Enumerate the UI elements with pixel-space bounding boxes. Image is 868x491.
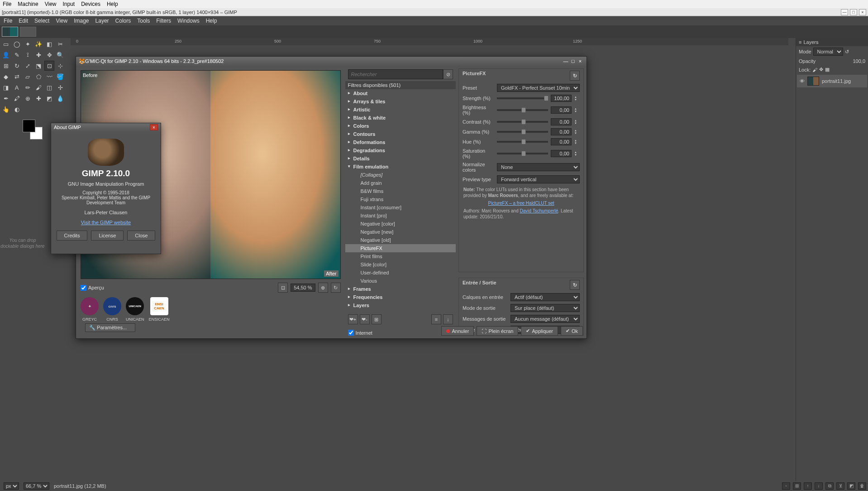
param-spinner[interactable]: ▲▼ bbox=[574, 96, 580, 101]
mypaint-tool[interactable]: 🖍 bbox=[12, 93, 22, 103]
layer-row[interactable]: 👁 portrait11.jpg bbox=[797, 75, 867, 87]
menu-layer[interactable]: Layer bbox=[95, 18, 109, 24]
menu-image[interactable]: Image bbox=[74, 18, 89, 24]
crop-tool[interactable]: ⊡ bbox=[44, 61, 54, 71]
about-titlebar[interactable]: About GIMP × bbox=[51, 123, 161, 131]
about-close-button[interactable]: Close bbox=[127, 231, 155, 241]
refresh-preview-icon[interactable]: ↻ bbox=[331, 283, 341, 293]
apply-button[interactable]: ✔ Appliquer bbox=[521, 326, 558, 336]
cancel-button[interactable]: Annuler bbox=[441, 326, 474, 336]
about-website-link[interactable]: Visit the GIMP website bbox=[81, 220, 131, 225]
handle-transform-tool[interactable]: ◆ bbox=[1, 72, 11, 82]
cat-details[interactable]: Details bbox=[345, 154, 456, 163]
param-value[interactable]: 0,00 bbox=[551, 138, 572, 145]
cat-film-emulation[interactable]: Film emulation bbox=[345, 163, 456, 171]
measure-tool[interactable]: ✚ bbox=[33, 50, 43, 60]
cage-tool[interactable]: ⬠ bbox=[33, 72, 43, 82]
os-menu-file[interactable]: File bbox=[3, 1, 11, 7]
param-slider[interactable] bbox=[497, 109, 548, 111]
cat-lights[interactable]: Lights & shadows bbox=[345, 309, 456, 312]
minimize-button[interactable]: — bbox=[841, 9, 848, 15]
menu-view[interactable]: View bbox=[56, 18, 67, 24]
heal-tool[interactable]: ✚ bbox=[33, 93, 43, 103]
apercu-checkbox[interactable]: Aperçu bbox=[81, 285, 104, 291]
os-menu-machine[interactable]: Machine bbox=[18, 1, 38, 7]
close-button[interactable]: × bbox=[859, 9, 866, 15]
reset-io-icon[interactable]: ↻ bbox=[570, 280, 580, 290]
sub-negative-color[interactable]: Negative [color] bbox=[345, 220, 456, 228]
cat-about[interactable]: About bbox=[345, 89, 456, 97]
ok-button[interactable]: ✔ Ok bbox=[561, 326, 583, 336]
menu-tools[interactable]: Tools bbox=[137, 18, 150, 24]
zoom-value[interactable]: 54,50 % bbox=[291, 284, 315, 292]
param-value[interactable]: 0,00 bbox=[551, 128, 572, 135]
clone-tool[interactable]: ⊕ bbox=[23, 93, 33, 103]
param-slider[interactable] bbox=[497, 153, 548, 154]
add-fave-icon[interactable]: ❤+ bbox=[348, 314, 358, 324]
menu-edit[interactable]: Edit bbox=[19, 18, 28, 24]
os-menu-view[interactable]: View bbox=[45, 1, 57, 7]
param-spinner[interactable]: ▲▼ bbox=[574, 139, 580, 144]
cat-degradations[interactable]: Degradations bbox=[345, 146, 456, 154]
search-clear-icon[interactable]: ⊘ bbox=[443, 69, 453, 79]
rect-select-tool[interactable]: ▭ bbox=[1, 39, 11, 49]
io-select[interactable]: Actif (défaut) bbox=[510, 293, 580, 301]
cat-bw[interactable]: Black & white bbox=[345, 114, 456, 122]
cat-layers[interactable]: Layers bbox=[345, 301, 456, 309]
sub-add-grain[interactable]: Add grain bbox=[345, 179, 456, 187]
maximize-button[interactable]: □ bbox=[850, 9, 857, 15]
notes-link[interactable]: PictureFX – a free HaldCLUT set bbox=[488, 201, 554, 206]
os-menu-input[interactable]: Input bbox=[63, 1, 75, 7]
menu-windows[interactable]: Windows bbox=[177, 18, 200, 24]
color-picker-tool[interactable]: ⟟ bbox=[23, 50, 33, 60]
foreground-select-tool[interactable]: 👤 bbox=[1, 50, 11, 60]
free-select-tool[interactable]: ✦ bbox=[23, 39, 33, 49]
mode-select[interactable]: Normal bbox=[813, 48, 843, 56]
ink-tool[interactable]: ✒ bbox=[1, 93, 11, 103]
menu-filters[interactable]: Filters bbox=[156, 18, 171, 24]
text-tool[interactable]: A bbox=[12, 82, 22, 92]
gmic-close-icon[interactable]: × bbox=[577, 58, 584, 64]
paintbrush-tool[interactable]: 🖌 bbox=[33, 82, 43, 92]
raise-layer-icon[interactable]: ↑ bbox=[804, 482, 812, 490]
sub-fuji[interactable]: Fuji xtrans bbox=[345, 195, 456, 203]
fg-color[interactable] bbox=[23, 120, 35, 132]
param-slider[interactable] bbox=[497, 131, 548, 133]
sub-bw-films[interactable]: B&W films bbox=[345, 187, 456, 195]
dodge-tool[interactable]: ◐ bbox=[12, 104, 22, 114]
reset-params-icon[interactable]: ↻ bbox=[570, 71, 580, 81]
search-input[interactable] bbox=[348, 69, 444, 79]
about-close-icon[interactable]: × bbox=[150, 124, 158, 130]
cat-arrays[interactable]: Arrays & tiles bbox=[345, 97, 456, 106]
sub-negative-old[interactable]: Negative [old] bbox=[345, 236, 456, 244]
lock-pixels-icon[interactable]: 🖌 bbox=[812, 67, 817, 72]
sub-instant-pro[interactable]: Instant [pro] bbox=[345, 212, 456, 220]
io-select[interactable]: Sur place (défaut) bbox=[510, 304, 580, 312]
normalize-select[interactable]: None bbox=[497, 163, 580, 171]
mask-layer-icon[interactable]: ◩ bbox=[847, 482, 855, 490]
param-slider[interactable] bbox=[497, 97, 548, 99]
lock-position-icon[interactable]: ✥ bbox=[819, 67, 823, 72]
filter-tree[interactable]: About Arrays & tiles Artistic Black & wh… bbox=[345, 89, 456, 312]
menu-help[interactable]: Help bbox=[206, 18, 217, 24]
zoom-select[interactable]: 66,7 % bbox=[24, 482, 49, 490]
cat-contours[interactable]: Contours bbox=[345, 130, 456, 138]
opacity-value[interactable]: 100,0 bbox=[853, 58, 865, 64]
cat-artistic[interactable]: Artistic bbox=[345, 106, 456, 114]
preset-select[interactable]: GoldFX - Perfect Sunset 10min bbox=[497, 84, 580, 92]
eraser-tool[interactable]: ◫ bbox=[44, 82, 54, 92]
sub-various[interactable]: Various bbox=[345, 277, 456, 285]
param-value[interactable]: 0,00 bbox=[551, 118, 572, 125]
sub-collages[interactable]: [Collages] bbox=[345, 171, 456, 179]
cat-frequencies[interactable]: Frequencies bbox=[345, 293, 456, 301]
perspective-clone-tool[interactable]: ◩ bbox=[44, 93, 54, 103]
param-value[interactable]: 0,00 bbox=[551, 106, 572, 114]
visibility-icon[interactable]: 👁 bbox=[800, 78, 805, 84]
license-button[interactable]: License bbox=[91, 231, 124, 241]
param-slider[interactable] bbox=[497, 121, 548, 123]
ellipse-select-tool[interactable]: ◯ bbox=[12, 39, 22, 49]
new-layer-icon[interactable]: ▫ bbox=[782, 482, 790, 490]
gmic-titlebar[interactable]: 🐯 G'MIC-Qt for GIMP 2.10 - Windows 64 bi… bbox=[76, 57, 587, 66]
sub-user-defined[interactable]: User-defined bbox=[345, 269, 456, 277]
sub-instant-consumer[interactable]: Instant [consumer] bbox=[345, 203, 456, 212]
